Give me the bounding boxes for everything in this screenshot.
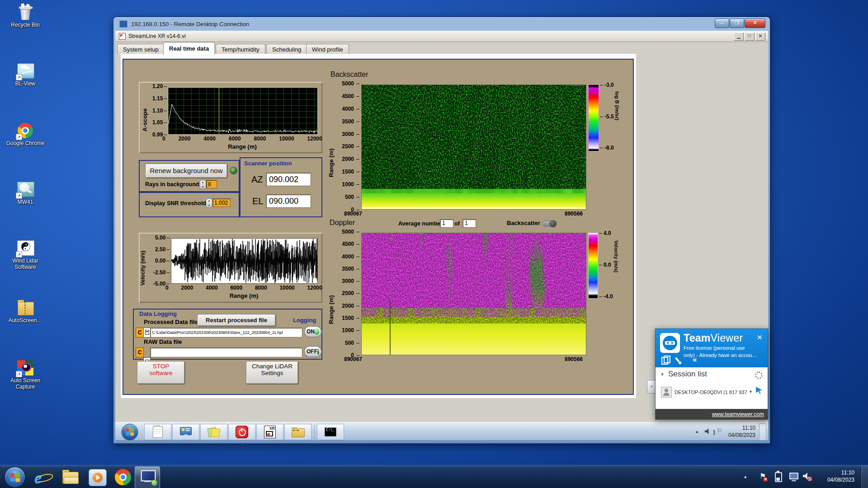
taskbar-cmd-button[interactable]: C:\_ [317,424,344,440]
tick-label: 12000 [307,285,322,291]
desktop-icon-bl-view[interactable]: ↗ BL-View [4,62,47,87]
renew-background-button[interactable]: Renew background now [145,164,227,178]
raw-drive-selector[interactable]: C [136,347,144,357]
scanner-title: Scanner position [244,160,292,167]
connect-cursor-icon[interactable] [756,387,762,394]
rdp-titlebar[interactable]: 192.168.0.150 - Remote Desktop Connectio… [113,17,770,31]
show-desktop-button[interactable] [861,465,868,488]
remote-clock-time: 11:10 [726,425,755,432]
tick-label: 500 [345,194,359,200]
whiteboard-brush-icon[interactable] [675,357,682,364]
change-line2: Settings [246,370,298,376]
tab-strip: System setup Real time data Temp/humidit… [115,42,768,55]
front-panel: A-scope 1.201.151.101.050.99 02000400060… [123,59,634,395]
remote-tray-expand-icon[interactable]: ▴ [696,429,698,434]
host-clock[interactable]: 11:10 04/08/2023 [816,469,854,483]
teamviewer-expand-chevron[interactable]: › [647,380,656,394]
session-list-caret-icon[interactable]: ▼ [660,372,665,377]
tab-scheduling[interactable]: Scheduling [266,44,307,55]
close-button[interactable]: ✕ [745,19,765,28]
host-tray-expand-icon[interactable]: ▴ [744,474,747,479]
tab-temp-humidity[interactable]: Temp/humidity [216,44,265,55]
taskbar-sticky-notes-button[interactable] [200,424,227,440]
sessions-icon[interactable] [661,357,668,365]
tab-system-setup[interactable]: System setup [117,44,165,55]
average-number-label: Average number [398,221,443,227]
remote-start-button[interactable] [122,424,138,440]
ie-taskbar-icon[interactable]: e [34,468,52,486]
processed-logging-toggle[interactable]: ON [304,326,322,338]
taskbar-stop-app-button[interactable] [228,424,255,440]
tick-label: 2500 [342,291,359,296]
stop-software-button[interactable]: STOP software [137,361,185,384]
app-minimize-button[interactable]: ▁ [734,33,744,41]
session-entry[interactable]: DESKTOP-OE0QDVI (1 817 937 [675,389,747,395]
teamviewer-logo-icon [660,333,680,353]
wmp-taskbar-icon[interactable] [89,469,107,486]
desktop-icon-auto-screen-capture[interactable]: ↗ Auto Screen Capture [4,359,47,390]
average-number-field[interactable]: 1 [440,219,453,228]
restart-processed-file-button[interactable]: Restart processed file [197,314,276,326]
minimize-button[interactable]: — [715,19,729,28]
average-count-field[interactable]: 1 [462,219,476,228]
el-value-field[interactable]: 090.000 [266,194,311,208]
az-value-field[interactable]: 090.002 [266,173,311,186]
snr-spinner[interactable]: ▲▼ [206,198,212,208]
processed-browse-icon[interactable] [143,328,151,338]
backscatter-title: Backscatter [330,70,368,79]
remote-volume-icon[interactable] [705,428,711,434]
teamviewer-panel: TeamViewer ✕ Free license (personal use … [655,328,768,420]
desktop-icon-autoscreen-zip[interactable]: AutoScreen… [4,299,47,324]
desktop-icon-wind-lidar[interactable]: ☯ ↗ Wind Lidar Software [4,239,47,271]
chrome-taskbar-icon[interactable] [115,469,131,485]
processed-path-field[interactable]: C:\Lidar\Data\Proc\2023\202308\20230804\… [150,328,302,338]
remote-show-desktop-button[interactable] [759,423,766,440]
remote-action-center-icon[interactable]: ⚐ [717,427,722,434]
app-window-title: StreamLine XR v14-6.vi [128,33,186,39]
app-close-button[interactable]: ✕ [755,33,765,41]
taskbar-display-settings-button[interactable] [172,424,199,440]
tick-label: 1000 [342,182,359,187]
processed-drive-selector[interactable]: C [136,328,144,338]
tick-label: 5000 [342,229,359,235]
app-maximize-button[interactable]: □ [745,33,755,41]
tab-wind-profile[interactable]: Wind profile [306,44,349,55]
host-action-center-icon[interactable]: ⚑✕ [760,472,766,480]
taskbar-streamline-xr-button[interactable]: XR [256,424,283,440]
tab-real-time-data[interactable]: Real time data [163,42,215,55]
desktop-icon-chrome[interactable]: ↗ Google Chrome [4,122,47,147]
app-titlebar[interactable]: StreamLine XR v14-6.vi [115,31,768,42]
remote-clock[interactable]: 11:10 04/08/2023 [726,425,755,439]
host-start-button[interactable] [5,467,25,488]
velocity-graph-panel: Velocity (m/s) 5.002.500.00-2.50-5.00 02… [139,233,322,303]
restore-button[interactable]: ❐ [730,19,744,28]
desktop-icon-recycle-bin[interactable]: Recycle Bin [4,4,47,28]
rays-spinner[interactable]: ▲▼ [199,180,206,189]
action-center-alert-badge: ✕ [763,477,768,482]
teamviewer-close-icon[interactable]: ✕ [757,333,763,342]
session-entry-dropdown-icon[interactable]: ▼ [749,389,753,394]
background-led[interactable] [229,166,238,175]
tick-label: 1.10 [152,108,167,113]
raw-logging-toggle[interactable]: OFF [304,346,322,357]
tick-label: 10000 [279,136,294,142]
collapse-icon[interactable]: « [693,355,697,364]
snr-value[interactable]: 1.002 [212,198,231,207]
rdp-taskbar-icon-active[interactable] [135,466,160,488]
taskbar-notepad-button[interactable] [144,424,171,440]
taskbar-explorer-button[interactable] [284,424,311,440]
ascope-yticks: 1.201.151.101.050.99 [149,84,167,137]
desktop-icon-mw41[interactable]: ↗ MW41 [4,181,47,206]
volume-muted-icon[interactable]: ⃠ [803,473,810,479]
explorer-taskbar-icon[interactable] [61,470,80,484]
network-icon[interactable] [789,473,798,481]
rays-value[interactable]: 8 [206,180,217,188]
backscatter-toggle-switch[interactable] [542,221,557,227]
battery-icon[interactable] [775,472,782,482]
change-lidar-settings-button[interactable]: Change LiDAR Settings [246,361,298,384]
tick-label: 3500 [342,266,359,272]
teamviewer-link[interactable]: www.teamviewer.com [712,411,764,418]
session-settings-gear-icon[interactable] [755,371,763,379]
ascope-xlabel: Range (m) [168,143,317,150]
raw-path-field[interactable] [150,347,302,357]
